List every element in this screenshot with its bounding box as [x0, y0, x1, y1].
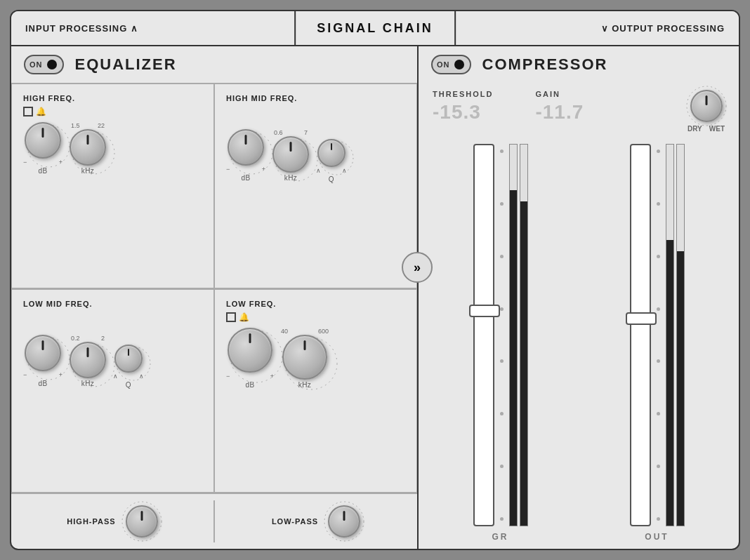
- dry-label: DRY: [688, 125, 702, 133]
- high-freq-knobs: − + dB 1.5 22: [23, 122, 202, 175]
- out-dots-col: [657, 144, 660, 526]
- low-mid-freq-label: LOW MID FREQ.: [23, 300, 202, 308]
- gr-meter-group: GR: [433, 144, 568, 542]
- hmf-db-min: −: [226, 166, 230, 173]
- low-shelf-icon[interactable]: [226, 312, 236, 322]
- high-mid-freq-label: HIGH MID FREQ.: [226, 94, 405, 102]
- gr-dot: [500, 202, 504, 206]
- hf-db-max: +: [59, 159, 63, 166]
- hf-khz-knob[interactable]: [70, 129, 106, 166]
- lf-db-min: −: [226, 373, 230, 380]
- lmf-khz-knob-container: [70, 342, 106, 378]
- hf-khz-knob-wrap: 1.5 22 kHz: [70, 122, 106, 175]
- hf-db-knob[interactable]: [25, 122, 61, 159]
- high-pass-cell: HIGH-PASS: [11, 505, 213, 538]
- eq-toggle[interactable]: ON: [24, 55, 64, 74]
- out-bar-left-fill: [666, 240, 673, 526]
- low-pass-knob[interactable]: [328, 505, 360, 538]
- hmf-q-knob[interactable]: [317, 139, 346, 167]
- hmf-db-knob-wrap: − + dB: [226, 129, 265, 182]
- top-nav: INPUT PROCESSING ∧ SIGNAL CHAIN ∨ OUTPUT…: [11, 11, 739, 46]
- hmf-khz-knob[interactable]: [272, 136, 309, 173]
- low-bell-icon[interactable]: 🔔: [239, 312, 249, 322]
- hmf-khz-label: kHz: [284, 174, 298, 182]
- out-dot: [657, 255, 660, 258]
- gr-slider-track: [473, 144, 494, 526]
- comp-toggle[interactable]: ON: [431, 55, 471, 74]
- hf-db-min: −: [23, 159, 27, 166]
- hmf-khz-max: 7: [304, 129, 308, 136]
- hf-khz-max: 22: [98, 122, 105, 129]
- equalizer-panel: ON EQUALIZER HIGH FREQ. 🔔: [11, 46, 419, 549]
- out-dot: [657, 517, 660, 521]
- lmf-khz-knob[interactable]: [70, 342, 106, 378]
- eq-cell-low-mid-freq: LOW MID FREQ. −: [11, 288, 214, 493]
- comp-body: THRESHOLD -15.3 GAIN -11.7: [419, 83, 739, 549]
- out-bar-right: [676, 144, 685, 526]
- hmf-db-range: − +: [226, 166, 265, 173]
- eq-toggle-label: ON: [29, 60, 43, 69]
- out-bar-right-fill: [677, 251, 684, 526]
- lmf-q-range: ∧ ∧: [113, 373, 144, 380]
- lf-khz-knob-container: [282, 335, 327, 380]
- lf-db-knob[interactable]: [228, 328, 272, 373]
- hmf-q-knob-wrap: ∧ ∧ Q: [316, 128, 347, 183]
- hmf-db-label: dB: [241, 174, 250, 182]
- content-area: ON EQUALIZER HIGH FREQ. 🔔: [11, 46, 739, 549]
- hmf-q-max: ∧: [342, 167, 347, 174]
- out-slider-wrap: [630, 144, 651, 526]
- low-pass-knob-container: [328, 505, 360, 538]
- hmf-q-knob-container: [317, 139, 346, 167]
- eq-cell-high-freq: HIGH FREQ. 🔔: [11, 84, 214, 288]
- out-dot: [657, 202, 660, 206]
- gain-label: GAIN: [535, 90, 584, 98]
- dry-wet-knob[interactable]: [690, 90, 723, 122]
- out-slider-thumb[interactable]: [626, 312, 657, 325]
- hmf-db-knob-container: [228, 129, 264, 166]
- hmf-db-max: +: [262, 166, 265, 173]
- threshold-label: THRESHOLD: [433, 90, 493, 98]
- gr-bar-meters: [509, 144, 528, 526]
- out-dot: [657, 465, 660, 468]
- shelf-icon[interactable]: [23, 107, 33, 116]
- lmf-db-knob[interactable]: [25, 335, 61, 371]
- arrow-icon: »: [414, 260, 421, 275]
- gr-dots-col: [500, 144, 504, 526]
- gr-dot: [500, 307, 504, 311]
- hmf-q-range: ∧ ∧: [316, 167, 347, 174]
- gr-slider-thumb[interactable]: [469, 305, 500, 317]
- lf-khz-top-labels: 40 600: [281, 328, 329, 335]
- threshold-value: -15.3: [433, 101, 493, 124]
- signal-chain-arrow[interactable]: »: [402, 252, 433, 283]
- threshold-group: THRESHOLD -15.3: [433, 90, 493, 124]
- lmf-khz-min: 0.2: [71, 335, 80, 342]
- gr-dot: [500, 359, 504, 363]
- bell-icon[interactable]: 🔔: [36, 107, 46, 116]
- lmf-q-max: ∧: [139, 373, 144, 380]
- high-pass-knob[interactable]: [126, 505, 158, 538]
- eq-toggle-dot: [47, 60, 57, 69]
- lf-khz-knob[interactable]: [282, 335, 327, 380]
- lmf-q-label: Q: [126, 381, 131, 389]
- lf-khz-knob-wrap: 40 600 kHz: [281, 328, 329, 389]
- hf-khz-top-labels: 1.5 22: [71, 122, 105, 129]
- lf-db-label: dB: [245, 381, 254, 389]
- wet-label: WET: [709, 125, 725, 133]
- gr-meter-track-area: [473, 144, 528, 526]
- eq-cell-low-freq: LOW FREQ. 🔔: [214, 288, 417, 493]
- out-slider-track: [630, 144, 651, 526]
- out-meter-group: OUT: [589, 144, 725, 542]
- lmf-q-knob[interactable]: [114, 345, 143, 373]
- high-pass-label: HIGH-PASS: [67, 517, 115, 526]
- low-pass-label: LOW-PASS: [272, 517, 318, 526]
- lmf-db-label: dB: [38, 380, 47, 387]
- hmf-db-knob[interactable]: [228, 129, 264, 166]
- main-container: INPUT PROCESSING ∧ SIGNAL CHAIN ∨ OUTPUT…: [10, 10, 740, 550]
- dry-wet-knob-container: [690, 90, 723, 122]
- gr-dot: [500, 412, 504, 415]
- low-mid-freq-knobs: − + dB 0.2 2: [23, 333, 202, 389]
- low-freq-knobs: − + dB 40 600: [226, 328, 405, 389]
- out-dot: [657, 359, 660, 363]
- hf-khz-knob-container: [70, 129, 106, 166]
- lmf-khz-max: 2: [101, 335, 105, 342]
